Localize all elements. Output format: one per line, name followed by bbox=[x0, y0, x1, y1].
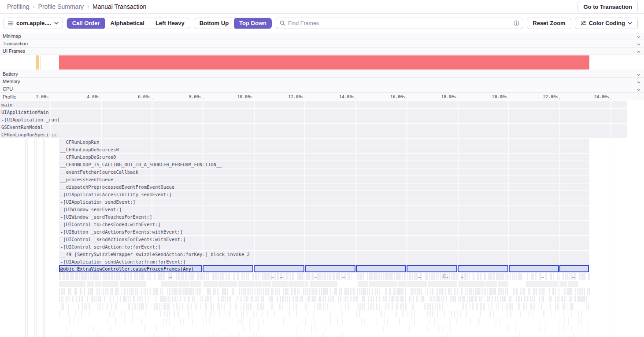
dense-frame bbox=[75, 273, 76, 280]
dense-frame bbox=[424, 303, 426, 310]
thread-selector-dropdown[interactable]: com.apple.... bbox=[4, 18, 63, 29]
track-header-battery[interactable]: Battery bbox=[0, 70, 644, 78]
dense-frame bbox=[324, 288, 326, 295]
dense-frame bbox=[190, 281, 202, 287]
flame-frame[interactable]: __eventFetcherSourceCallback bbox=[59, 168, 589, 176]
dense-frame bbox=[391, 273, 393, 280]
flame-frame[interactable]: __CFRunLoopDoSources0 bbox=[59, 146, 589, 153]
go-to-transaction-button[interactable]: Go to Transaction bbox=[577, 1, 638, 12]
dense-frame bbox=[506, 303, 507, 310]
flame-frame[interactable]: -[UIWindow sendEvent:] bbox=[59, 206, 589, 213]
dense-frame bbox=[61, 296, 62, 302]
dense-frame bbox=[195, 303, 196, 310]
dense-frame bbox=[489, 296, 490, 302]
selected-frame-segment[interactable] bbox=[254, 265, 304, 272]
sort-left-heavy-button[interactable]: Left Heavy bbox=[150, 18, 190, 29]
dense-frame bbox=[375, 273, 377, 280]
flame-frame[interactable]: -[UIApplication _run] bbox=[0, 116, 627, 123]
flame-frame[interactable]: __49-[SentrySwizzleWrapper swizzleSendAc… bbox=[59, 251, 589, 258]
dense-frame bbox=[368, 303, 370, 310]
dense-frame bbox=[244, 318, 244, 325]
breadcrumb-profile-summary[interactable]: Profile Summary bbox=[38, 3, 84, 10]
dense-frame bbox=[555, 296, 556, 302]
find-frames-search[interactable] bbox=[276, 18, 523, 29]
flame-frame[interactable]: UIApplicationMain bbox=[0, 109, 627, 116]
flame-frame[interactable]: __CFRunLoopRun bbox=[59, 139, 589, 146]
dense-frame bbox=[341, 311, 342, 317]
thin-stack-column bbox=[36, 139, 37, 337]
track-header-cpu[interactable]: CPU bbox=[0, 85, 644, 93]
track-header-transaction[interactable]: Transaction bbox=[0, 40, 644, 48]
selected-frame-segment[interactable] bbox=[203, 265, 253, 272]
dense-frame bbox=[81, 296, 81, 302]
flame-frame[interactable]: -[UIControl sendAction:to:forEvent:] bbox=[59, 243, 589, 250]
dense-frame bbox=[427, 311, 428, 317]
dense-frame bbox=[290, 288, 290, 295]
dense-frame bbox=[307, 303, 307, 310]
selected-frame-segment[interactable] bbox=[305, 265, 355, 272]
ui-frames-track[interactable] bbox=[0, 55, 644, 70]
dense-frame bbox=[263, 281, 271, 287]
selected-frame-label[interactable]: @objc ExtraViewController.causeFrozenFra… bbox=[60, 265, 194, 272]
dense-frame bbox=[361, 288, 362, 295]
track-header-memory[interactable]: Memory bbox=[0, 78, 644, 85]
sort-call-order-button[interactable]: Call Order bbox=[67, 18, 105, 29]
selected-frame-segment[interactable] bbox=[356, 265, 406, 272]
dense-frame bbox=[338, 273, 340, 280]
info-icon[interactable] bbox=[514, 20, 519, 26]
slow-frame-bar[interactable] bbox=[36, 55, 39, 70]
selected-frame-segment[interactable] bbox=[559, 265, 589, 272]
flame-chart[interactable]: mainUIApplicationMain-[UIApplication _ru… bbox=[0, 101, 644, 337]
dense-frame bbox=[500, 288, 502, 295]
track-header-ui-frames[interactable]: UI Frames bbox=[0, 48, 644, 55]
axis-tick-label: 10.00s bbox=[226, 94, 252, 99]
direction-top-down-button[interactable]: Top Down bbox=[234, 18, 272, 29]
dense-frame bbox=[516, 273, 518, 280]
gridline-overlay bbox=[101, 101, 102, 337]
dense-frame bbox=[263, 296, 264, 302]
dense-frame bbox=[473, 273, 474, 280]
flame-frame[interactable]: __processEventQueue bbox=[59, 176, 589, 183]
dense-frame bbox=[314, 318, 314, 325]
selected-frame-segment[interactable] bbox=[407, 265, 457, 272]
track-header-minimap[interactable]: Minimap bbox=[0, 33, 644, 40]
frozen-frame-bar[interactable] bbox=[59, 55, 589, 70]
flame-frame[interactable]: GSEventRunModal bbox=[0, 124, 627, 131]
reset-zoom-button[interactable]: Reset Zoom bbox=[527, 18, 571, 29]
dense-frame bbox=[526, 296, 526, 302]
flame-frame[interactable]: main bbox=[0, 101, 627, 108]
dense-frame bbox=[286, 273, 288, 280]
flame-frame[interactable]: __dispatchPreprocessedEventFromEventQueu… bbox=[59, 183, 589, 190]
minor-frame-bar[interactable] bbox=[40, 55, 41, 70]
selected-frame-segment[interactable] bbox=[509, 265, 559, 272]
flame-frame[interactable]: -[UIButton _sendActionsForEvents:withEve… bbox=[59, 228, 589, 235]
dense-frame bbox=[464, 296, 465, 302]
selected-frame-segment[interactable] bbox=[458, 265, 508, 272]
breadcrumb-profiling[interactable]: Profiling bbox=[7, 3, 30, 10]
flame-frame[interactable]: __CFRunLoopDoSource0 bbox=[59, 154, 589, 161]
truncated-frame-ellipsis: … bbox=[461, 274, 463, 280]
flame-frame[interactable]: -[UIControl touchesEnded:withEvent:] bbox=[59, 221, 589, 228]
flame-frame[interactable]: CFRunLoopRunSpecific bbox=[0, 131, 627, 138]
flame-frame[interactable]: -[UIWindow _sendTouchesForEvent:] bbox=[59, 213, 589, 220]
direction-bottom-up-button[interactable]: Bottom Up bbox=[194, 18, 234, 29]
dense-frame bbox=[352, 288, 352, 295]
axis-tick-mark bbox=[254, 98, 254, 100]
flame-frame[interactable]: -[UIApplication sendEvent:] bbox=[59, 198, 589, 205]
flame-frame[interactable]: __CFRUNLOOP_IS_CALLING_OUT_TO_A_SOURCE0_… bbox=[59, 161, 589, 168]
search-input[interactable] bbox=[288, 20, 511, 26]
dense-frame bbox=[432, 288, 433, 295]
dense-frame bbox=[344, 311, 344, 317]
dense-frame bbox=[110, 326, 111, 332]
flame-frame[interactable]: -[UIControl _sendActionsForEvents:withEv… bbox=[59, 236, 589, 243]
dense-frame bbox=[97, 288, 98, 295]
flame-frame[interactable]: -[UIApplicationAccessibility sendEvent:] bbox=[59, 191, 589, 198]
dense-frame bbox=[250, 288, 251, 295]
dense-frame bbox=[510, 296, 511, 302]
flame-frame[interactable]: -[UIApplication sendAction:to:from:forEv… bbox=[59, 258, 589, 265]
axis-tick-mark bbox=[305, 98, 305, 100]
dense-frame bbox=[137, 288, 138, 295]
dense-frame bbox=[103, 273, 104, 280]
color-coding-dropdown[interactable]: Color Coding bbox=[575, 18, 638, 29]
sort-alphabetical-button[interactable]: Alphabetical bbox=[105, 18, 150, 29]
